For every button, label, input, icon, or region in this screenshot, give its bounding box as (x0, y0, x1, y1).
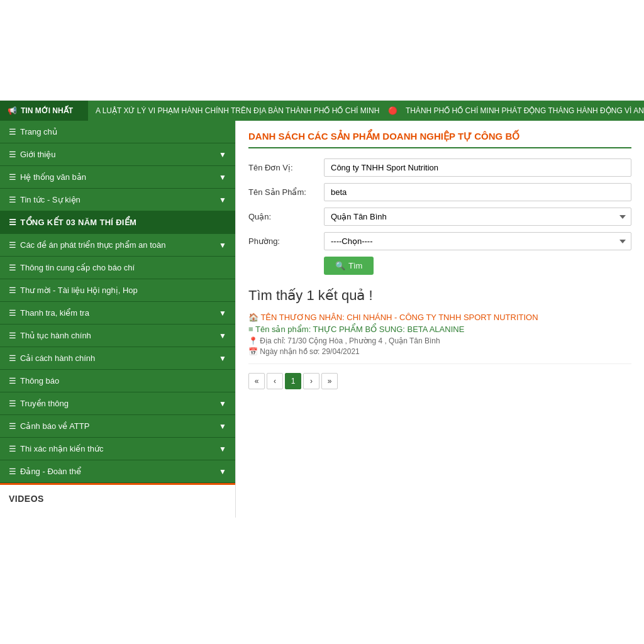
menu-icon: ☰ (9, 240, 16, 250)
ticker-label: 📢 TIN MỚI NHẤT (0, 101, 88, 121)
sidebar-item-thixacnhan[interactable]: ☰ Thi xác nhận kiến thức ▼ (0, 438, 235, 460)
quan-select[interactable]: Quận Tân Bình (324, 208, 631, 226)
page-last-button[interactable]: » (321, 373, 338, 389)
result-address: 📍 Địa chỉ: 71/30 Cộng Hòa , Phường 4 , Q… (248, 336, 631, 345)
menu-icon: ☰ (9, 263, 16, 272)
sidebar-item-dean[interactable]: ☰ Các đề án phát triển thực phẩm an toàn… (0, 234, 235, 257)
page-prev-button[interactable]: ‹ (267, 373, 283, 389)
sidebar-item-thanhtra[interactable]: ☰ Thanh tra, kiểm tra ▼ (0, 302, 235, 325)
page-next-button[interactable]: › (303, 373, 319, 389)
page-first-button[interactable]: « (248, 373, 265, 389)
sidebar-item-tintuc[interactable]: ☰ Tin tức - Sự kiện ▼ (0, 189, 235, 211)
sidebar-label-tongket: TỔNG KẾT 03 NĂM THÍ ĐIỂM (20, 218, 226, 227)
phuong-select[interactable]: ----Chọn---- (324, 232, 631, 250)
sidebar-item-canhbao[interactable]: ☰ Cảnh báo về ATTP ▼ (0, 415, 235, 438)
result-product-name: ≡ Tên sản phẩm: THỰC PHẨM BỔ SUNG: BETA … (248, 325, 631, 334)
ticker-label-text: TIN MỚI NHẤT (21, 106, 73, 115)
sidebar-label-thumoi: Thư mời - Tài liệu Hội nghị, Hop (20, 286, 226, 295)
san-pham-input[interactable] (324, 183, 631, 201)
chevron-down-icon: ▼ (219, 467, 226, 476)
ticker-item-2: THÀNH PHỐ HỒ CHÍ MINH PHÁT ĐỘNG THÁNG HÀ… (406, 106, 644, 115)
result-business-name: 🏠 TÊN THƯƠNG NHÂN: CHI NHÁNH - CÔNG TY T… (248, 313, 631, 322)
news-ticker: 📢 TIN MỚI NHẤT A LUẬT XỬ LÝ VI PHẠM HÀNH… (0, 101, 644, 121)
address-text: Địa chỉ: 71/30 Cộng Hòa , Phường 4 , Quậ… (260, 336, 440, 345)
sidebar-label-dean: Các đề án phát triển thực phẩm an toàn (20, 240, 219, 250)
menu-icon: ☰ (9, 127, 16, 136)
sidebar-label-gioithieu: Giới thiệu (20, 150, 219, 159)
sidebar-label-caicach: Cải cách hành chính (20, 353, 219, 363)
sidebar-item-thongbao[interactable]: ☰ Thông báo (0, 370, 235, 392)
results-count: Tìm thấy 1 kết quả ! (248, 287, 631, 304)
sidebar-label-truyenthong: Truyền thông (20, 399, 219, 408)
page-1-button[interactable]: 1 (285, 373, 301, 389)
chevron-down-icon: ▼ (219, 354, 226, 363)
don-vi-label: Tên Đơn Vị: (248, 163, 318, 172)
menu-icon: ☰ (9, 172, 16, 182)
sidebar-label-thixacnhan: Thi xác nhận kiến thức (20, 444, 219, 453)
menu-icon: ☰ (9, 195, 16, 204)
calendar-icon: 📅 (248, 347, 258, 356)
sidebar-item-trangchu[interactable]: ☰ Trang chủ (0, 121, 235, 143)
list-icon: ≡ (248, 325, 253, 334)
sidebar-item-caicach[interactable]: ☰ Cải cách hành chính ▼ (0, 347, 235, 370)
sidebar-item-hethongvanban[interactable]: ☰ Hệ thống văn bản ▼ (0, 166, 235, 189)
ticker-separator: 🔴 (388, 106, 397, 115)
quan-label: Quận: (248, 212, 318, 221)
chevron-down-icon: ▼ (219, 399, 226, 408)
menu-icon: ☰ (9, 150, 16, 159)
sidebar-item-truyenthong[interactable]: ☰ Truyền thông ▼ (0, 392, 235, 415)
search-button[interactable]: 🔍 Tìm (324, 257, 374, 275)
menu-icon: ☰ (9, 467, 16, 476)
chevron-down-icon: ▼ (219, 150, 226, 159)
sidebar-item-thumoi[interactable]: ☰ Thư mời - Tài liệu Hội nghị, Hop (0, 279, 235, 302)
sidebar-label-hethongvanban: Hệ thống văn bản (20, 172, 219, 182)
search-icon: 🔍 (335, 261, 345, 270)
sidebar-item-thutuc[interactable]: ☰ Thủ tục hành chính ▼ (0, 325, 235, 347)
sidebar-label-tintuc: Tin tức - Sự kiện (20, 195, 219, 204)
ticker-content: A LUẬT XỬ LÝ VI PHẠM HÀNH CHÍNH TRÊN ĐỊA… (88, 106, 644, 115)
main-layout: ☰ Trang chủ ☰ Giới thiệu ▼ ☰ Hệ thống vă… (0, 121, 644, 518)
form-row-phuong: Phường: ----Chọn---- (248, 232, 631, 250)
date-text: Ngày nhận hồ sơ: 29/04/2021 (260, 347, 359, 356)
home-icon: 🏠 (248, 313, 258, 322)
menu-icon: ☰ (9, 331, 16, 340)
result-date: 📅 Ngày nhận hồ sơ: 29/04/2021 (248, 347, 631, 356)
sidebar-label-canhbao: Cảnh báo về ATTP (20, 421, 219, 431)
chevron-down-icon: ▼ (219, 309, 226, 318)
form-row-submit: 🔍 Tìm (248, 257, 631, 275)
sidebar-label-thongbao: Thông báo (20, 376, 226, 386)
san-pham-label: Tên Sản Phẩm: (248, 187, 318, 197)
product-name-text: Tên sản phẩm: THỰC PHẨM BỔ SUNG: BETA AL… (255, 325, 464, 334)
sidebar-label-dang: Đảng - Đoàn thể (20, 467, 219, 476)
ticker-item-1: A LUẬT XỬ LÝ VI PHẠM HÀNH CHÍNH TRÊN ĐỊA… (96, 106, 379, 115)
content-area: DANH SÁCH CÁC SẢN PHẨM DOANH NGHIỆP TỰ C… (236, 121, 644, 518)
menu-icon: ☰ (9, 399, 16, 408)
form-row-sanpham: Tên Sản Phẩm: (248, 183, 631, 201)
menu-icon: ☰ (9, 376, 16, 386)
videos-section: VIDEOS (0, 483, 235, 518)
chevron-down-icon: ▼ (219, 445, 226, 453)
sidebar-item-thongtin[interactable]: ☰ Thông tin cung cấp cho báo chí (0, 257, 235, 279)
sidebar-item-tongket[interactable]: ☰ TỔNG KẾT 03 NĂM THÍ ĐIỂM (0, 211, 235, 234)
sidebar: ☰ Trang chủ ☰ Giới thiệu ▼ ☰ Hệ thống vă… (0, 121, 236, 518)
chevron-down-icon: ▼ (219, 422, 226, 431)
menu-icon: ☰ (9, 353, 16, 363)
menu-icon: ☰ (9, 444, 16, 453)
page-title: DANH SÁCH CÁC SẢN PHẨM DOANH NGHIỆP TỰ C… (248, 131, 631, 148)
result-card: 🏠 TÊN THƯƠNG NHÂN: CHI NHÁNH - CÔNG TY T… (248, 313, 631, 364)
menu-icon: ☰ (9, 421, 16, 431)
chevron-down-icon: ▼ (219, 173, 226, 182)
sidebar-item-dang[interactable]: ☰ Đảng - Đoàn thể ▼ (0, 460, 235, 483)
chevron-down-icon: ▼ (219, 196, 226, 204)
sidebar-label-thanhtra: Thanh tra, kiểm tra (20, 308, 219, 318)
business-name-text: TÊN THƯƠNG NHÂN: CHI NHÁNH - CÔNG TY TNH… (260, 313, 538, 322)
videos-title: VIDEOS (9, 494, 226, 504)
phuong-label: Phường: (248, 236, 318, 246)
pagination: « ‹ 1 › » (248, 373, 631, 389)
chevron-down-icon: ▼ (219, 331, 226, 340)
don-vi-input[interactable] (324, 158, 631, 177)
header-area (0, 0, 644, 101)
sidebar-item-gioithieu[interactable]: ☰ Giới thiệu ▼ (0, 143, 235, 166)
sidebar-label-thutuc: Thủ tục hành chính (20, 331, 219, 340)
form-row-donvi: Tên Đơn Vị: (248, 158, 631, 177)
